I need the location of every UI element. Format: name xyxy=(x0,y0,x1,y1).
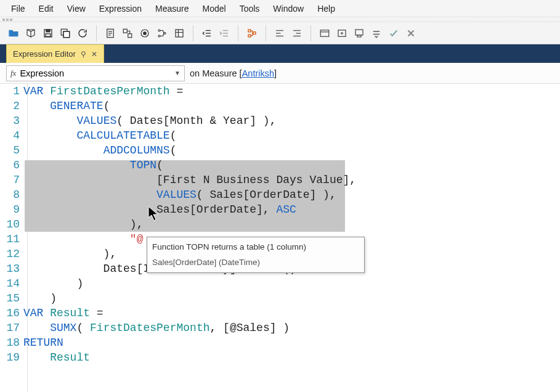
toolbar-separator xyxy=(238,25,238,41)
script-icon[interactable] xyxy=(103,26,118,41)
code-line[interactable]: VAR FirstDatesPerMonth = xyxy=(23,84,560,99)
menu-file[interactable]: File xyxy=(5,2,31,15)
toolbar-separator xyxy=(266,25,266,41)
save-all-icon[interactable] xyxy=(58,26,73,41)
svg-rect-24 xyxy=(248,30,251,32)
partition-icon[interactable] xyxy=(155,26,169,41)
close-icon[interactable]: ✕ xyxy=(91,50,97,59)
code-line[interactable]: Result xyxy=(23,350,560,365)
options-icon[interactable] xyxy=(352,26,367,41)
menu-window[interactable]: Window xyxy=(267,2,310,15)
code-line[interactable]: ) xyxy=(23,276,560,291)
indent-left-icon[interactable] xyxy=(200,26,214,41)
code-line[interactable]: SUMX( FirstDatesPerMonth, [@Sales] ) xyxy=(23,321,560,335)
tab-title: Expression Editor xyxy=(13,49,76,59)
flag-icon[interactable] xyxy=(335,26,349,41)
code-body[interactable]: VAR FirstDatesPerMonth = GENERATE( VALUE… xyxy=(23,84,560,365)
svg-point-14 xyxy=(158,30,160,31)
toolbar xyxy=(0,22,560,44)
svg-rect-38 xyxy=(357,35,361,37)
code-line[interactable]: CALCULATETABLE( xyxy=(23,128,560,143)
fx-icon: fx xyxy=(10,68,16,78)
code-editor[interactable]: 12345678910111213141516171819 VAR FirstD… xyxy=(0,84,560,392)
toolbar-separator xyxy=(310,25,311,41)
menu-bar: File Edit View Expression Measure Model … xyxy=(0,0,560,17)
code-line[interactable]: GENERATE( xyxy=(23,99,560,113)
refresh-icon[interactable] xyxy=(75,26,90,41)
code-line[interactable]: VAR Result = xyxy=(23,306,560,321)
svg-rect-26 xyxy=(253,31,256,34)
tooltip-line-1: Function TOPN returns a table (1 column) xyxy=(152,240,359,255)
code-line[interactable]: ADDCOLUMNS( xyxy=(23,143,560,158)
toolbar-separator xyxy=(193,25,193,41)
check-icon[interactable] xyxy=(386,26,401,41)
svg-rect-17 xyxy=(176,30,183,37)
folder-open-icon[interactable] xyxy=(6,26,21,41)
connect-icon[interactable] xyxy=(120,26,135,41)
code-line[interactable]: [First N Business Days Value], xyxy=(23,173,560,187)
context-label: on Measure [Antriksh] xyxy=(190,68,277,78)
process-icon[interactable] xyxy=(172,26,187,41)
menu-measure[interactable]: Measure xyxy=(149,2,195,15)
hierarchy-icon[interactable] xyxy=(245,26,259,41)
run-icon[interactable] xyxy=(137,26,152,41)
line-gutter: 12345678910111213141516171819 xyxy=(0,84,23,365)
code-line[interactable]: VALUES( Sales[OrderDate] ), xyxy=(23,187,560,202)
code-line[interactable]: RETURN xyxy=(23,335,560,350)
menu-edit[interactable]: Edit xyxy=(33,2,60,15)
property-input[interactable] xyxy=(20,68,171,78)
svg-point-13 xyxy=(144,31,147,35)
indent-right-icon[interactable] xyxy=(217,26,232,41)
formula-bar: fx ▼ on Measure [Antriksh] xyxy=(0,63,560,84)
export-icon[interactable] xyxy=(23,26,38,41)
tab-strip: Expression Editor ⚲ ✕ xyxy=(0,44,560,63)
align-right-icon[interactable] xyxy=(290,26,304,41)
window-icon[interactable] xyxy=(317,26,332,41)
svg-rect-33 xyxy=(320,30,329,36)
tooltip-line-2: Sales[OrderDate] (DateTime) xyxy=(152,255,359,270)
svg-rect-37 xyxy=(355,30,363,35)
code-line[interactable]: VALUES( Dates[Month & Year] ), xyxy=(23,113,560,128)
code-line[interactable]: ), xyxy=(23,217,560,232)
svg-point-15 xyxy=(158,35,160,37)
svg-rect-4 xyxy=(63,31,70,38)
menu-tools[interactable]: Tools xyxy=(233,2,266,15)
code-line[interactable]: Sales[OrderDate], ASC xyxy=(23,202,560,217)
menu-view[interactable]: View xyxy=(61,2,92,15)
menu-help[interactable]: Help xyxy=(311,2,341,15)
pin-icon[interactable]: ⚲ xyxy=(81,50,86,59)
svg-rect-10 xyxy=(123,29,127,33)
menu-expression[interactable]: Expression xyxy=(93,2,148,15)
svg-rect-25 xyxy=(248,35,251,37)
ribbon-grip xyxy=(0,17,560,22)
measure-link[interactable]: Antriksh xyxy=(242,68,274,78)
svg-point-36 xyxy=(341,32,343,33)
svg-rect-2 xyxy=(46,33,51,36)
dropdown-icon[interactable] xyxy=(369,26,384,41)
menu-model[interactable]: Model xyxy=(197,2,232,15)
chevron-down-icon[interactable]: ▼ xyxy=(174,70,181,76)
toolbar-separator xyxy=(96,25,97,41)
align-left-icon[interactable] xyxy=(272,26,287,41)
close-action-icon[interactable] xyxy=(404,26,418,41)
property-selector[interactable]: fx ▼ xyxy=(6,65,185,81)
svg-rect-1 xyxy=(46,30,50,32)
code-line[interactable]: ) xyxy=(23,291,560,306)
code-line[interactable]: TOPN( xyxy=(23,158,560,173)
save-icon[interactable] xyxy=(41,26,55,41)
svg-rect-11 xyxy=(128,33,132,37)
mouse-cursor xyxy=(148,206,160,226)
intellisense-tooltip: Function TOPN returns a table (1 column)… xyxy=(147,237,365,273)
tab-expression-editor[interactable]: Expression Editor ⚲ ✕ xyxy=(6,44,104,63)
